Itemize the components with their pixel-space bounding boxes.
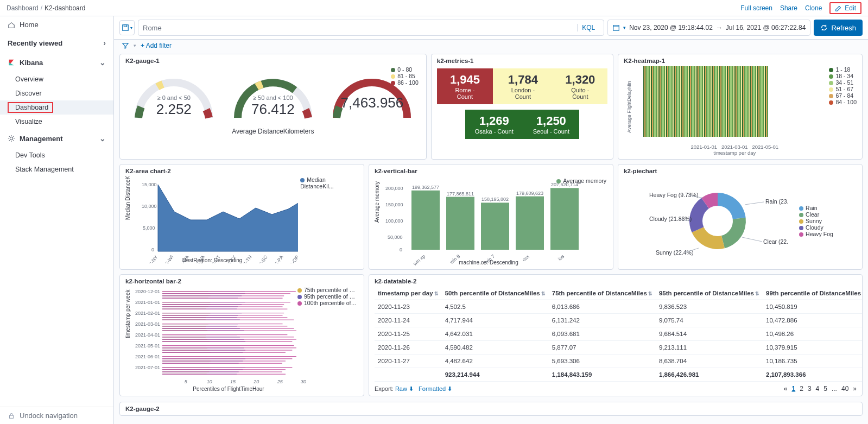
svg-rect-103: [750, 66, 751, 137]
svg-text:10: 10: [207, 379, 212, 384]
svg-rect-15: [654, 66, 655, 137]
tick: 2021-05-01: [752, 144, 778, 150]
svg-rect-192: [162, 306, 283, 307]
svg-rect-104: [751, 66, 752, 137]
page-next[interactable]: »: [853, 385, 857, 393]
svg-rect-113: [761, 66, 762, 137]
table-header[interactable]: 99th percentile of DistanceMiles⇅: [763, 287, 863, 300]
svg-rect-10: [649, 66, 650, 137]
query-input[interactable]: Rome KQL: [138, 20, 604, 36]
sidebar-item-visualize[interactable]: Visualize: [0, 115, 113, 129]
table-header[interactable]: 95th percentile of DistanceMiles⇅: [656, 287, 763, 300]
svg-rect-63: [706, 66, 707, 137]
svg-rect-101: [747, 66, 749, 137]
pie-chart: Rain (23.11%) Clear (22.9%) Sunny (22.4%…: [647, 178, 788, 264]
sidebar-item-devtools[interactable]: Dev Tools: [0, 148, 113, 162]
panel-metrics-1: k2-metrics-1 1,945Rome - Count 1,784Lond…: [431, 54, 613, 160]
svg-rect-70: [714, 66, 715, 137]
sidebar-home[interactable]: Home: [0, 16, 113, 33]
svg-rect-6: [644, 66, 645, 137]
table-cell: 4,482.642: [442, 355, 549, 368]
sidebar-item-discover[interactable]: Discover: [0, 86, 113, 100]
svg-text:200,000: 200,000: [385, 186, 403, 191]
sidebar-kibana[interactable]: Kibana ⌄: [0, 53, 113, 72]
table-header[interactable]: 75th percentile of DistanceMiles⇅: [549, 287, 656, 300]
svg-text:25: 25: [277, 379, 283, 384]
query-language[interactable]: KQL: [577, 24, 599, 31]
svg-rect-97: [743, 66, 744, 137]
breadcrumb-root[interactable]: Dashboard: [7, 4, 39, 12]
calendar-icon: [612, 24, 620, 31]
svg-rect-74: [718, 66, 719, 137]
svg-text:2021-02-01: 2021-02-01: [135, 311, 160, 316]
table-cell: 2020-11-24: [375, 314, 442, 327]
svg-rect-155: [550, 188, 579, 250]
edit-button[interactable]: Edit: [829, 2, 861, 14]
refresh-button[interactable]: Refresh: [814, 20, 863, 36]
horizontal-bar-chart: timestamp per week 2020-12-012021-01-012…: [125, 287, 310, 393]
date-picker[interactable]: ▾ Nov 23, 2020 @ 19:18:44.02 → Jul 16, 2…: [607, 20, 810, 36]
svg-text:2021-07-01: 2021-07-01: [135, 365, 160, 370]
page-prev[interactable]: «: [784, 385, 788, 393]
pie-legend: Rain Clear Sunny Cloudy Heavy Fog: [799, 205, 833, 237]
page-4[interactable]: 4: [816, 385, 820, 393]
topbar-actions: Full screen Share Clone Edit: [740, 2, 861, 14]
sidebar-item-dashboard[interactable]: Dashboard: [0, 100, 113, 115]
panel-title: K2-gauge-1: [125, 58, 421, 64]
svg-rect-176: [162, 293, 290, 294]
metric-label: Seoul - Count: [533, 128, 569, 135]
table-header[interactable]: 50th percentile of DistanceMiles⇅: [442, 287, 549, 300]
heatmap-ylabel: Average FlightDelayMin: [626, 81, 632, 132]
page-last[interactable]: 40: [841, 385, 848, 393]
sidebar-undock[interactable]: Undock navigation: [0, 407, 113, 424]
clone-button[interactable]: Clone: [805, 4, 822, 12]
chevron-down-icon: ⌄: [99, 134, 106, 143]
hbar-legend: 75th percentile of Fl... 95th percentile…: [297, 287, 357, 306]
export-raw[interactable]: Raw ⬇: [395, 385, 414, 392]
svg-text:Sunny (22.4%): Sunny (22.4%): [656, 249, 693, 256]
page-1[interactable]: 1: [792, 385, 796, 393]
svg-rect-90: [736, 66, 737, 137]
filter-options-icon[interactable]: [122, 42, 129, 49]
svg-rect-22: [662, 66, 663, 137]
svg-text:Rain (23.11%): Rain (23.11%): [765, 198, 788, 205]
svg-rect-11: [650, 66, 651, 137]
export-formatted[interactable]: Formatted ⬇: [419, 385, 452, 392]
svg-rect-64: [707, 66, 708, 137]
saved-query-button[interactable]: ▾: [119, 20, 135, 35]
share-button[interactable]: Share: [780, 4, 797, 12]
svg-rect-221: [162, 331, 296, 331]
svg-rect-100: [746, 66, 747, 137]
panel-title: k2-piechart: [624, 168, 857, 174]
panel-vertical-bar: k2-vertical-bar Average memory Average m…: [369, 164, 613, 270]
svg-rect-244: [162, 350, 292, 350]
svg-rect-48: [690, 66, 691, 137]
svg-rect-110: [757, 66, 758, 137]
lock-icon: [8, 412, 15, 420]
legend-item: 84 - 100: [835, 99, 857, 105]
svg-rect-69: [713, 66, 714, 137]
svg-text:Clear (22.9%): Clear (22.9%): [763, 238, 788, 245]
sidebar-management[interactable]: Management ⌄: [0, 129, 113, 148]
sidebar-item-stack-management[interactable]: Stack Management: [0, 162, 113, 176]
svg-rect-52: [694, 66, 695, 137]
gauge-1: ≥ 0 and < 502.252: [130, 66, 217, 144]
svg-rect-89: [734, 66, 736, 137]
svg-text:0: 0: [151, 247, 154, 252]
svg-rect-62: [705, 66, 706, 137]
fullscreen-button[interactable]: Full screen: [740, 4, 772, 12]
svg-rect-93: [739, 66, 740, 137]
legend-item: Rain: [806, 205, 818, 211]
page-5[interactable]: 5: [823, 385, 827, 393]
page-2[interactable]: 2: [800, 385, 803, 393]
add-filter-button[interactable]: + Add filter: [141, 42, 172, 49]
metric-tile: 1,269Osaka - Count: [465, 110, 523, 139]
table-header[interactable]: timestamp per day⇅: [375, 287, 442, 300]
page-3[interactable]: 3: [808, 385, 812, 393]
sidebar-recently-viewed[interactable]: Recently viewed ›: [0, 33, 113, 53]
table-row: 2020-11-264,590.4825,877.079,213.11110,3…: [375, 341, 863, 355]
svg-rect-3: [124, 25, 126, 27]
svg-rect-14: [653, 66, 654, 137]
svg-text:Cloudy (21.86%): Cloudy (21.86%): [649, 216, 692, 222]
sidebar-item-overview[interactable]: Overview: [0, 72, 113, 86]
